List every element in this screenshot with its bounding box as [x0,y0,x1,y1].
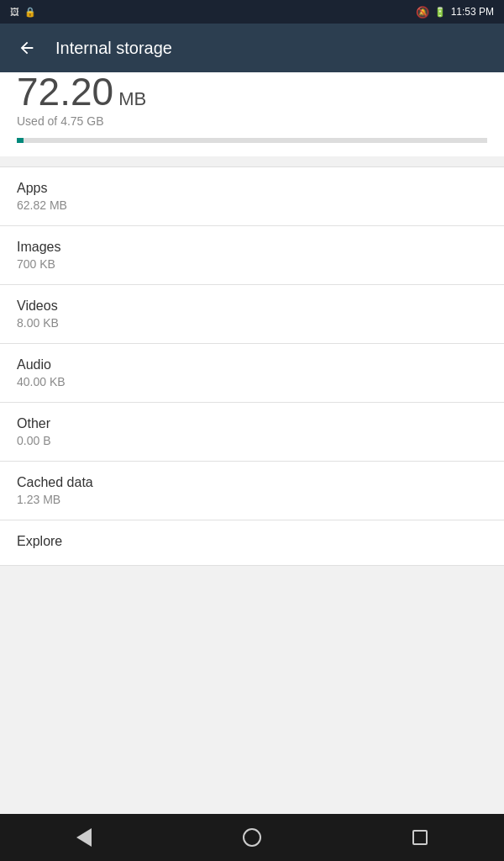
status-right-icons: 🔕 🔋 11:53 PM [416,6,494,18]
storage-summary: 72.20 MB Used of 4.75 GB [0,72,504,156]
nav-recents-icon [412,830,428,845]
list-item-other-subtitle: 0.00 B [17,434,487,447]
list-item-images[interactable]: Images 700 KB [0,226,504,285]
notification-off-icon: 🔕 [416,6,429,18]
battery-icon: 🔋 [434,7,446,18]
list-item-explore-title: Explore [17,534,487,549]
list-item-apps-subtitle: 62.82 MB [17,198,487,212]
nav-home-button[interactable] [218,814,286,861]
list-item-videos-subtitle: 8.00 KB [17,316,487,330]
back-button[interactable] [13,34,40,61]
list-item-videos-title: Videos [17,298,487,314]
status-left-icons: 🖼 🔒 [10,7,416,18]
main-content: 72.20 MB Used of 4.75 GB Apps 62.82 MB I… [0,72,504,566]
nav-bar [0,814,504,861]
list-item-cached-data[interactable]: Cached data 1.23 MB [0,462,504,520]
list-item-other[interactable]: Other 0.00 B [0,403,504,462]
list-item-audio[interactable]: Audio 40.00 KB [0,344,504,403]
list-item-images-subtitle: 700 KB [17,257,487,271]
storage-used-unit: MB [118,88,146,110]
list-item-explore[interactable]: Explore [0,520,504,566]
image-icon: 🖼 [10,7,19,17]
storage-progress-fill [17,138,24,143]
app-bar: Internal storage [0,24,504,72]
nav-home-icon [243,828,261,847]
list-item-images-title: Images [17,240,487,255]
storage-list: Apps 62.82 MB Images 700 KB Videos 8.00 … [0,167,504,566]
nav-back-button[interactable] [50,814,118,861]
status-bar: 🖼 🔒 🔕 🔋 11:53 PM [0,0,504,24]
page-title: Internal storage [55,39,172,58]
storage-used-number: 72.20 [17,72,113,111]
lock-icon: 🔒 [24,7,36,18]
section-gap [0,156,504,166]
list-item-apps[interactable]: Apps 62.82 MB [0,167,504,226]
status-time: 11:53 PM [451,6,494,18]
list-item-cached-data-subtitle: 1.23 MB [17,493,487,506]
list-item-audio-title: Audio [17,357,487,372]
list-item-videos[interactable]: Videos 8.00 KB [0,285,504,344]
storage-progress-bar [17,138,487,143]
list-item-apps-title: Apps [17,181,487,196]
list-item-cached-data-title: Cached data [17,475,487,490]
nav-recents-button[interactable] [386,814,454,861]
nav-back-icon [76,828,92,847]
storage-used-label: Used of 4.75 GB [17,114,487,128]
list-item-other-title: Other [17,416,487,431]
list-item-audio-subtitle: 40.00 KB [17,375,487,388]
storage-size-display: 72.20 MB [17,72,487,111]
